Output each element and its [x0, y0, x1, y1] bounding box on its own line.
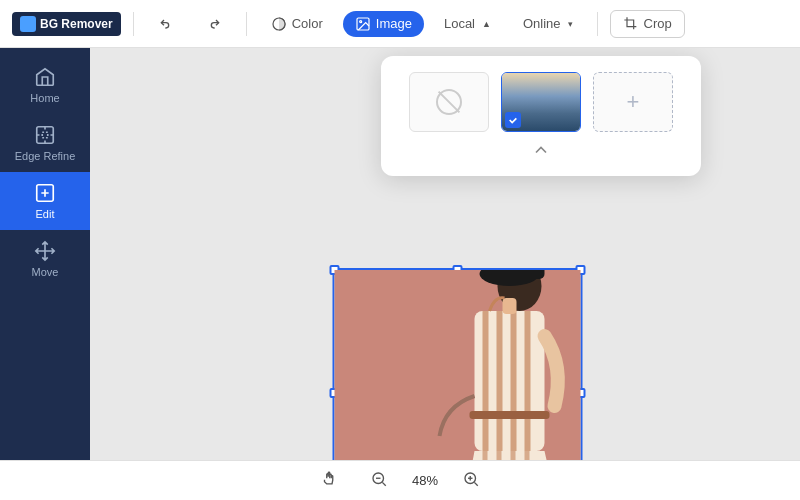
checkmark-icon	[508, 115, 518, 125]
sidebar-edit-label: Edit	[36, 208, 55, 220]
canvas-area[interactable]: +	[90, 48, 800, 460]
image-icon	[355, 16, 371, 32]
svg-rect-16	[483, 451, 488, 460]
svg-rect-19	[525, 451, 530, 460]
canvas-image-frame[interactable]	[333, 268, 583, 460]
undo-icon	[158, 16, 174, 32]
image-label: Image	[376, 16, 412, 31]
image-thumb-placeholder[interactable]	[409, 72, 489, 132]
zoom-in-icon	[462, 470, 480, 488]
pan-icon	[320, 470, 338, 488]
redo-button[interactable]	[194, 11, 234, 37]
move-icon	[34, 240, 56, 262]
image-dropdown: +	[381, 56, 701, 176]
bottom-bar: 48%	[0, 460, 800, 500]
svg-rect-17	[497, 451, 502, 460]
add-image-thumb[interactable]: +	[593, 72, 673, 132]
toolbar-separator-2	[246, 12, 247, 36]
chevron-up-icon	[531, 140, 551, 160]
home-icon	[34, 66, 56, 88]
online-dropdown-arrow: ▾	[568, 19, 573, 29]
edge-refine-icon	[34, 124, 56, 146]
toolbar: BG Remover Color Image Local ▲ Onli	[0, 0, 800, 48]
toolbar-separator-3	[597, 12, 598, 36]
svg-point-2	[359, 20, 361, 22]
brand-icon	[20, 16, 36, 32]
crop-icon	[623, 16, 639, 32]
image-thumb-landscape[interactable]	[501, 72, 581, 132]
sidebar-item-move[interactable]: Move	[0, 230, 90, 288]
sidebar-edge-refine-label: Edge Refine	[15, 150, 76, 162]
sidebar: Home Edge Refine Edit Move	[0, 48, 90, 460]
local-button[interactable]: Local ▲	[432, 11, 503, 36]
sidebar-item-home[interactable]: Home	[0, 56, 90, 114]
selected-badge	[505, 112, 521, 128]
svg-rect-13	[511, 311, 517, 451]
crop-button[interactable]: Crop	[610, 10, 685, 38]
online-label: Online	[523, 16, 561, 31]
zoom-out-button[interactable]	[362, 466, 396, 496]
svg-line-27	[474, 482, 477, 485]
brand-label: BG Remover	[40, 17, 113, 31]
sidebar-home-label: Home	[30, 92, 59, 104]
no-image-icon	[433, 86, 465, 118]
svg-line-6	[439, 92, 460, 113]
edit-icon	[34, 182, 56, 204]
zoom-out-icon	[370, 470, 388, 488]
main-area: Home Edge Refine Edit Move	[0, 48, 800, 460]
zoom-level-text: 48%	[412, 473, 438, 488]
svg-rect-18	[511, 451, 516, 460]
sidebar-move-label: Move	[32, 266, 59, 278]
svg-rect-14	[525, 311, 531, 451]
image-button[interactable]: Image	[343, 11, 424, 37]
svg-rect-9	[485, 270, 545, 279]
brand-logo: BG Remover	[12, 12, 121, 36]
image-thumbnail-row: +	[409, 72, 673, 132]
person-figure	[335, 270, 581, 460]
crop-label: Crop	[644, 16, 672, 31]
pan-button[interactable]	[312, 466, 346, 496]
redo-icon	[206, 16, 222, 32]
dropdown-chevron-up[interactable]	[531, 140, 551, 160]
svg-rect-15	[470, 411, 550, 419]
color-label: Color	[292, 16, 323, 31]
color-button[interactable]: Color	[259, 11, 335, 37]
sidebar-item-edge-refine[interactable]: Edge Refine	[0, 114, 90, 172]
sidebar-item-edit[interactable]: Edit	[0, 172, 90, 230]
online-button[interactable]: Online ▾	[511, 11, 585, 36]
zoom-in-button[interactable]	[454, 466, 488, 496]
toolbar-separator-1	[133, 12, 134, 36]
svg-rect-11	[483, 311, 489, 451]
color-icon	[271, 16, 287, 32]
canvas-subject-bg	[335, 270, 581, 460]
local-dropdown-arrow: ▲	[482, 19, 491, 29]
undo-button[interactable]	[146, 11, 186, 37]
svg-line-23	[382, 482, 385, 485]
local-label: Local	[444, 16, 475, 31]
svg-rect-20	[503, 298, 517, 314]
plus-icon: +	[627, 89, 640, 115]
svg-rect-12	[497, 311, 503, 451]
